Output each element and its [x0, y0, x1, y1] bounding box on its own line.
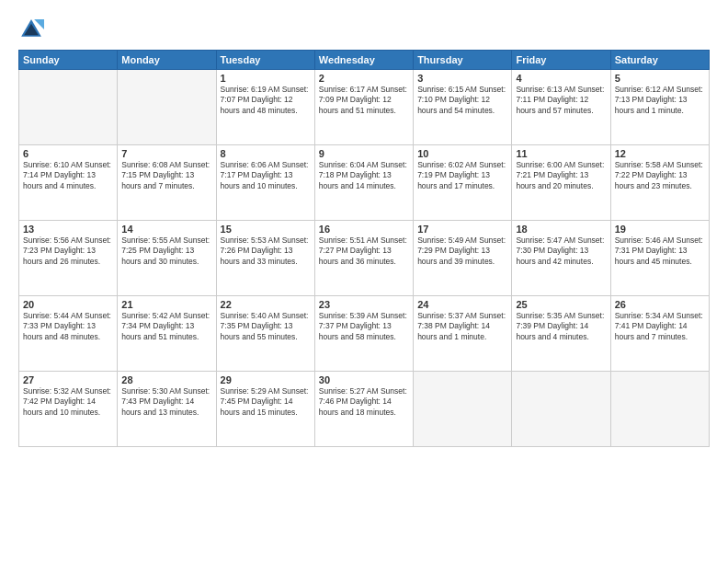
- calendar-cell: 30Sunrise: 5:27 AM Sunset: 7:46 PM Dayli…: [314, 372, 413, 447]
- day-number: 18: [516, 224, 606, 235]
- calendar-cell: 29Sunrise: 5:29 AM Sunset: 7:45 PM Dayli…: [216, 372, 314, 447]
- calendar-week-row: 1Sunrise: 6:19 AM Sunset: 7:07 PM Daylig…: [19, 70, 710, 145]
- day-info: Sunrise: 6:15 AM Sunset: 7:10 PM Dayligh…: [417, 85, 507, 116]
- day-info: Sunrise: 6:19 AM Sunset: 7:07 PM Dayligh…: [221, 85, 311, 116]
- calendar-cell: 5Sunrise: 6:12 AM Sunset: 7:13 PM Daylig…: [610, 70, 709, 145]
- day-info: Sunrise: 6:04 AM Sunset: 7:18 PM Dayligh…: [319, 160, 409, 191]
- day-info: Sunrise: 5:44 AM Sunset: 7:33 PM Dayligh…: [23, 311, 113, 342]
- day-info: Sunrise: 6:13 AM Sunset: 7:11 PM Dayligh…: [516, 85, 606, 116]
- calendar-cell: 22Sunrise: 5:40 AM Sunset: 7:35 PM Dayli…: [216, 296, 314, 372]
- calendar-cell: 4Sunrise: 6:13 AM Sunset: 7:11 PM Daylig…: [512, 70, 610, 145]
- page: SundayMondayTuesdayWednesdayThursdayFrid…: [0, 0, 728, 563]
- calendar-cell: [118, 70, 216, 145]
- day-number: 22: [221, 299, 311, 310]
- calendar-week-row: 6Sunrise: 6:10 AM Sunset: 7:14 PM Daylig…: [19, 145, 710, 221]
- day-number: 8: [221, 148, 311, 159]
- day-info: Sunrise: 6:00 AM Sunset: 7:21 PM Dayligh…: [516, 160, 606, 191]
- calendar-week-row: 27Sunrise: 5:32 AM Sunset: 7:42 PM Dayli…: [19, 372, 710, 447]
- calendar-cell: 13Sunrise: 5:56 AM Sunset: 7:23 PM Dayli…: [19, 221, 118, 296]
- day-info: Sunrise: 6:08 AM Sunset: 7:15 PM Dayligh…: [121, 160, 211, 191]
- day-number: 30: [319, 374, 409, 385]
- day-number: 29: [221, 374, 311, 385]
- day-number: 26: [615, 299, 705, 310]
- logo-icon: [18, 17, 44, 42]
- calendar-week-row: 20Sunrise: 5:44 AM Sunset: 7:33 PM Dayli…: [19, 296, 710, 372]
- day-number: 15: [221, 224, 311, 235]
- day-info: Sunrise: 5:29 AM Sunset: 7:45 PM Dayligh…: [221, 386, 311, 418]
- day-info: Sunrise: 6:10 AM Sunset: 7:14 PM Dayligh…: [23, 160, 113, 191]
- calendar-cell: 3Sunrise: 6:15 AM Sunset: 7:10 PM Daylig…: [414, 70, 512, 145]
- day-info: Sunrise: 6:12 AM Sunset: 7:13 PM Dayligh…: [615, 85, 705, 116]
- calendar-cell: 2Sunrise: 6:17 AM Sunset: 7:09 PM Daylig…: [314, 70, 413, 145]
- day-number: 3: [417, 73, 507, 84]
- day-info: Sunrise: 5:37 AM Sunset: 7:38 PM Dayligh…: [417, 311, 507, 342]
- calendar-cell: 10Sunrise: 6:02 AM Sunset: 7:19 PM Dayli…: [414, 145, 512, 221]
- day-number: 2: [319, 73, 409, 84]
- day-info: Sunrise: 5:39 AM Sunset: 7:37 PM Dayligh…: [319, 311, 409, 342]
- calendar-cell: 15Sunrise: 5:53 AM Sunset: 7:26 PM Dayli…: [216, 221, 314, 296]
- calendar-cell: 19Sunrise: 5:46 AM Sunset: 7:31 PM Dayli…: [610, 221, 709, 296]
- calendar-cell: 14Sunrise: 5:55 AM Sunset: 7:25 PM Dayli…: [118, 221, 216, 296]
- weekday-header-row: SundayMondayTuesdayWednesdayThursdayFrid…: [19, 51, 710, 70]
- day-number: 13: [23, 224, 113, 235]
- calendar-cell: 28Sunrise: 5:30 AM Sunset: 7:43 PM Dayli…: [118, 372, 216, 447]
- day-number: 12: [615, 148, 705, 159]
- calendar-cell: 7Sunrise: 6:08 AM Sunset: 7:15 PM Daylig…: [118, 145, 216, 221]
- day-info: Sunrise: 5:30 AM Sunset: 7:43 PM Dayligh…: [121, 386, 211, 418]
- day-info: Sunrise: 5:51 AM Sunset: 7:27 PM Dayligh…: [319, 236, 409, 267]
- day-number: 28: [121, 374, 211, 385]
- day-info: Sunrise: 5:35 AM Sunset: 7:39 PM Dayligh…: [516, 311, 606, 342]
- day-info: Sunrise: 5:53 AM Sunset: 7:26 PM Dayligh…: [221, 236, 311, 267]
- day-info: Sunrise: 5:56 AM Sunset: 7:23 PM Dayligh…: [23, 236, 113, 267]
- calendar-cell: 9Sunrise: 6:04 AM Sunset: 7:18 PM Daylig…: [314, 145, 413, 221]
- day-number: 10: [417, 148, 507, 159]
- day-number: 11: [516, 148, 606, 159]
- calendar-cell: 27Sunrise: 5:32 AM Sunset: 7:42 PM Dayli…: [19, 372, 118, 447]
- calendar-cell: [512, 372, 610, 447]
- day-number: 17: [417, 224, 507, 235]
- day-info: Sunrise: 5:55 AM Sunset: 7:25 PM Dayligh…: [121, 236, 211, 267]
- day-number: 27: [23, 374, 113, 385]
- calendar-cell: 1Sunrise: 6:19 AM Sunset: 7:07 PM Daylig…: [216, 70, 314, 145]
- calendar-cell: [610, 372, 709, 447]
- weekday-header: Sunday: [19, 51, 118, 70]
- day-number: 16: [319, 224, 409, 235]
- day-number: 6: [23, 148, 113, 159]
- calendar-cell: 26Sunrise: 5:34 AM Sunset: 7:41 PM Dayli…: [610, 296, 709, 372]
- calendar-cell: 16Sunrise: 5:51 AM Sunset: 7:27 PM Dayli…: [314, 221, 413, 296]
- calendar-cell: 18Sunrise: 5:47 AM Sunset: 7:30 PM Dayli…: [512, 221, 610, 296]
- header: [18, 17, 710, 42]
- day-info: Sunrise: 5:40 AM Sunset: 7:35 PM Dayligh…: [221, 311, 311, 342]
- day-number: 25: [516, 299, 606, 310]
- calendar-cell: 6Sunrise: 6:10 AM Sunset: 7:14 PM Daylig…: [19, 145, 118, 221]
- day-info: Sunrise: 5:27 AM Sunset: 7:46 PM Dayligh…: [319, 386, 409, 418]
- day-number: 4: [516, 73, 606, 84]
- day-info: Sunrise: 5:58 AM Sunset: 7:22 PM Dayligh…: [615, 160, 705, 191]
- day-number: 19: [615, 224, 705, 235]
- calendar-cell: 23Sunrise: 5:39 AM Sunset: 7:37 PM Dayli…: [314, 296, 413, 372]
- calendar-cell: 21Sunrise: 5:42 AM Sunset: 7:34 PM Dayli…: [118, 296, 216, 372]
- day-info: Sunrise: 5:49 AM Sunset: 7:29 PM Dayligh…: [417, 236, 507, 267]
- weekday-header: Friday: [512, 51, 610, 70]
- day-number: 5: [615, 73, 705, 84]
- calendar-cell: 8Sunrise: 6:06 AM Sunset: 7:17 PM Daylig…: [216, 145, 314, 221]
- calendar-table: SundayMondayTuesdayWednesdayThursdayFrid…: [18, 50, 710, 447]
- calendar-cell: 25Sunrise: 5:35 AM Sunset: 7:39 PM Dayli…: [512, 296, 610, 372]
- day-number: 1: [221, 73, 311, 84]
- day-info: Sunrise: 6:02 AM Sunset: 7:19 PM Dayligh…: [417, 160, 507, 191]
- day-info: Sunrise: 6:17 AM Sunset: 7:09 PM Dayligh…: [319, 85, 409, 116]
- calendar-cell: 12Sunrise: 5:58 AM Sunset: 7:22 PM Dayli…: [610, 145, 709, 221]
- day-number: 24: [417, 299, 507, 310]
- calendar-cell: [19, 70, 118, 145]
- calendar-cell: 20Sunrise: 5:44 AM Sunset: 7:33 PM Dayli…: [19, 296, 118, 372]
- calendar-cell: 24Sunrise: 5:37 AM Sunset: 7:38 PM Dayli…: [414, 296, 512, 372]
- weekday-header: Tuesday: [216, 51, 314, 70]
- calendar-cell: [414, 372, 512, 447]
- day-number: 23: [319, 299, 409, 310]
- calendar-week-row: 13Sunrise: 5:56 AM Sunset: 7:23 PM Dayli…: [19, 221, 710, 296]
- day-number: 21: [121, 299, 211, 310]
- day-number: 20: [23, 299, 113, 310]
- weekday-header: Thursday: [414, 51, 512, 70]
- weekday-header: Wednesday: [314, 51, 413, 70]
- day-info: Sunrise: 5:42 AM Sunset: 7:34 PM Dayligh…: [121, 311, 211, 342]
